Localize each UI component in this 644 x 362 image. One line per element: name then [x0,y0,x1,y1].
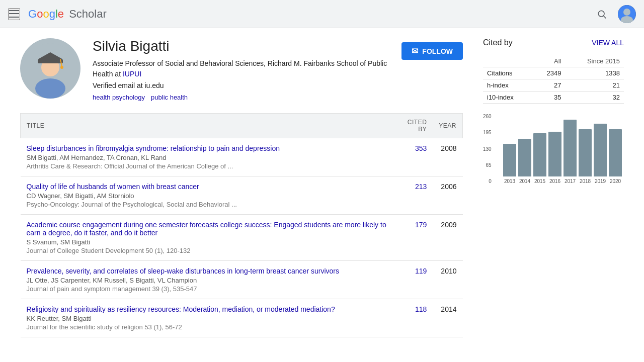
table-row: Prevalence, severity, and correlates of … [21,261,463,299]
bar-label: 2016 [549,178,560,184]
article-authors: SM Bigatti, AM Hernandez, TA Cronan, KL … [27,154,388,161]
stats-col-since: Since 2015 [565,55,624,67]
stat-since: 21 [565,79,624,92]
bar [564,120,577,176]
stat-label: h-index [483,79,533,92]
article-cited-count[interactable]: 353 [394,138,433,176]
profile-name: Silvia Bigatti [93,38,389,54]
stat-since: 1338 [565,67,624,79]
article-year: 2009 [433,215,462,261]
menu-button[interactable] [8,8,20,20]
article-year: 2010 [433,261,462,299]
view-all-link[interactable]: VIEW ALL [592,39,624,47]
article-title[interactable]: Religiosity and spirituality as resilien… [27,305,335,313]
article-year: 2008 [433,138,462,176]
bar-group: 2015 [533,133,546,184]
y-axis-label: 195 [483,130,494,135]
bar-label: 2014 [519,178,530,184]
stat-label: Citations [483,67,533,79]
bar-label: 2019 [595,178,606,184]
article-cited-count[interactable]: 213 [394,176,433,215]
stat-since: 32 [565,92,624,104]
svg-point-6 [35,78,65,99]
col-cited-by: CITED BY [394,114,433,138]
stats-row: h-index 27 21 [483,79,624,92]
follow-button[interactable]: ✉ FOLLOW [401,42,463,60]
table-row: Academic course engagement during one se… [21,215,463,261]
logo-google: Google [28,8,64,21]
right-panel: Cited by VIEW ALL All Since 2015 Citatio… [473,38,624,337]
bar [533,133,546,176]
mail-icon: ✉ [412,46,418,56]
article-cited-count[interactable]: 118 [394,299,433,337]
stats-col-all: All [533,55,566,67]
article-year: 2006 [433,176,462,215]
article-title[interactable]: Quality of life of husbands of women wit… [27,183,199,191]
bar [518,139,531,176]
stats-tbody: Citations 2349 1338 h-index 27 21 i10-in… [483,67,624,104]
follow-section: ✉ FOLLOW [401,38,463,60]
article-journal: Journal for the scientific study of reli… [27,323,388,331]
article-journal: Psycho-Oncology: Journal of the Psycholo… [27,201,388,208]
profile-info: Silvia Bigatti Associate Professor of So… [93,38,389,101]
svg-point-0 [598,11,604,17]
article-title[interactable]: Sleep disturbances in fibromyalgia syndr… [27,144,280,152]
logo-scholar: Scholar [66,8,107,21]
chart-container: 260195130650 2013 2014 2015 2016 2017 20… [483,114,624,204]
bar-group: 2013 [503,144,516,184]
table-row: Sleep disturbances in fibromyalgia syndr… [21,138,463,176]
stat-all: 35 [533,92,566,104]
svg-point-3 [623,9,630,16]
left-panel: Silvia Bigatti Associate Professor of So… [20,38,473,337]
article-authors: CD Wagner, SM Bigatti, AM Storniolo [27,192,388,200]
logo: Google Scholar [28,8,107,21]
bar-label: 2013 [504,178,515,184]
article-journal: Journal of College Student Development 5… [27,247,388,254]
stats-row: Citations 2349 1338 [483,67,624,79]
header-icons [592,4,636,24]
main-content: Silvia Bigatti Associate Professor of So… [0,28,644,347]
articles-table: TITLE CITED BY YEAR Sleep disturbances i… [20,113,463,337]
article-title[interactable]: Academic course engagement during one se… [27,221,386,237]
bar-group: 2017 [564,120,577,184]
bar-group: 2020 [609,129,622,184]
bar-group: 2016 [548,132,561,184]
article-cited-count[interactable]: 119 [394,261,433,299]
follow-label: FOLLOW [422,47,453,55]
articles-tbody: Sleep disturbances in fibromyalgia syndr… [21,138,463,337]
table-row: Religiosity and spirituality as resilien… [21,299,463,337]
stat-label: i10-index [483,92,533,104]
y-axis-label: 65 [483,162,494,168]
article-year: 2014 [433,299,462,337]
stat-all: 2349 [533,67,566,79]
stat-all: 27 [533,79,566,92]
bar [503,144,516,176]
stats-table: All Since 2015 Citations 2349 1338 h-ind… [483,55,624,104]
chart-bars: 2013 2014 2015 2016 2017 2018 2019 2020 [483,114,624,184]
article-authors: KK Reutter, SM Bigatti [27,315,388,322]
bar-group: 2018 [579,129,592,184]
tag-public-health[interactable]: public health [151,94,188,101]
bar-group: 2019 [594,124,607,184]
article-journal: Journal of pain and symptom management 3… [27,285,388,293]
bar [548,132,561,176]
y-axis-label: 130 [483,146,494,152]
search-button[interactable] [592,4,612,24]
user-avatar[interactable] [618,5,636,23]
profile-section: Silvia Bigatti Associate Professor of So… [20,38,463,101]
articles-table-header: TITLE CITED BY YEAR [21,114,463,138]
article-title[interactable]: Prevalence, severity, and correlates of … [27,267,339,275]
bar [609,129,622,176]
article-cited-count[interactable]: 179 [394,215,433,261]
bar-label: 2018 [580,178,591,184]
table-row: Quality of life of husbands of women wit… [21,176,463,215]
tag-health-psychology[interactable]: health psychology [93,94,145,101]
svg-line-1 [604,16,606,18]
bar [594,124,607,176]
bar [579,129,592,176]
cited-by-title: Cited by [483,38,513,47]
affiliation-link[interactable]: IUPUI [123,70,141,78]
col-title: TITLE [21,114,394,138]
bar-group: 2014 [518,139,531,184]
profile-tags: health psychology public health [93,94,389,101]
